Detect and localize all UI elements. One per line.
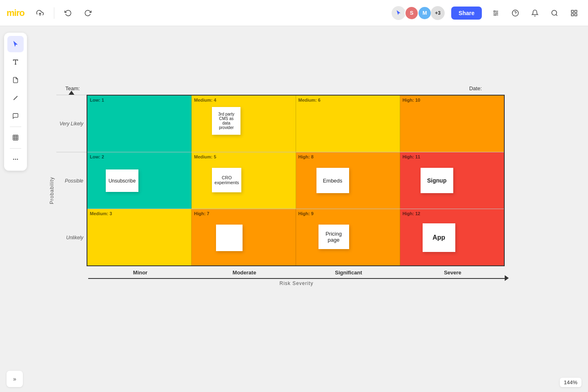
cell-score: Medium: 5	[194, 154, 216, 159]
toolbar-divider	[10, 127, 21, 127]
help-button[interactable]	[508, 6, 523, 20]
left-toolbar	[4, 33, 27, 171]
svg-point-9	[552, 10, 557, 15]
svg-rect-13	[571, 13, 573, 16]
cell-significant-possible: High: 8 Embeds	[296, 152, 400, 209]
frame-tool[interactable]	[7, 129, 24, 146]
cell-score: High: 10	[403, 98, 420, 102]
app-logo[interactable]: miro	[7, 8, 24, 18]
y-label-unlikely: Unlikely	[66, 235, 83, 241]
matrix-header: Team: Date:	[49, 85, 498, 95]
topbar: miro S M +3 Share	[0, 0, 588, 26]
svg-rect-14	[575, 13, 577, 16]
x-axis-line	[88, 276, 505, 279]
y-label-very-likely: Very Likely	[60, 121, 83, 127]
expand-button[interactable]: »	[7, 371, 23, 387]
cursor-avatar	[392, 6, 405, 20]
cell-significant-very-likely: High: 9 Pricingpage	[296, 209, 400, 265]
cell-severe-very-likely: High: 12 App	[400, 209, 504, 265]
svg-rect-12	[575, 10, 577, 12]
cell-score: High: 9	[298, 211, 314, 216]
sticky-pricing-page[interactable]: Pricingpage	[318, 225, 349, 249]
x-label-significant: Significant	[296, 266, 401, 276]
cell-moderate-possible: Medium: 5 CROexperiments	[192, 152, 296, 209]
risk-matrix-container: Team: Date: Probability Unlikely P	[49, 85, 498, 286]
cell-minor-possible: Low: 2 Unsubscribe	[87, 152, 192, 209]
cell-moderate-very-likely: High: 7	[192, 209, 296, 265]
cell-severe-possible: High: 11 Signup	[400, 152, 504, 209]
sticky-app[interactable]: App	[423, 223, 455, 252]
cell-score: High: 8	[298, 154, 314, 159]
toolbar-divider-1	[54, 7, 54, 19]
avatar-1: S	[405, 6, 419, 20]
toolbar-divider-2	[10, 148, 21, 149]
search-button[interactable]	[547, 6, 562, 20]
svg-point-6	[494, 14, 496, 16]
upload-button[interactable]	[33, 6, 47, 20]
x-axis-labels: Minor Moderate Significant Severe	[88, 266, 505, 276]
zoom-level: 144%	[560, 378, 581, 387]
cell-score: Medium: 3	[90, 211, 112, 216]
sticky-cms[interactable]: 3rd partyCMS asdataprovider	[212, 107, 241, 135]
collaborators-area: S M +3	[394, 6, 445, 20]
canvas[interactable]: Team: Date: Probability Unlikely P	[0, 26, 588, 392]
risk-matrix-grid: Medium: 3 High: 7 High: 9 Pr	[87, 95, 505, 266]
svg-point-5	[497, 12, 498, 13]
comment-tool[interactable]	[7, 108, 24, 124]
svg-point-4	[494, 11, 495, 12]
avatar-count: +3	[431, 6, 445, 20]
board-menu-button[interactable]	[567, 6, 581, 20]
sticky-embeds[interactable]: Embeds	[316, 168, 349, 193]
svg-rect-18	[13, 135, 18, 140]
cell-minor-very-likely: Medium: 3	[87, 209, 192, 265]
y-label-possible: Possible	[65, 178, 83, 184]
svg-line-10	[556, 14, 557, 16]
row-unlikely: Low: 1 Medium: 4 3rd partyCMS asdataprov…	[87, 96, 504, 152]
cell-score: High: 11	[403, 154, 420, 159]
svg-line-17	[13, 96, 17, 100]
undo-button[interactable]	[61, 6, 76, 20]
date-label: Date:	[469, 85, 482, 91]
x-axis-label: Risk Severity	[88, 279, 505, 286]
sticky-note-tool[interactable]	[7, 72, 24, 88]
cell-score: High: 12	[403, 211, 420, 216]
svg-point-24	[15, 159, 16, 160]
y-axis-label: Probability	[49, 177, 55, 204]
sticky-blank[interactable]	[216, 225, 243, 251]
cell-score: Low: 1	[90, 98, 104, 102]
svg-point-23	[13, 159, 14, 160]
x-label-moderate: Moderate	[192, 266, 296, 276]
cell-score: Low: 2	[90, 154, 104, 159]
share-button[interactable]: Share	[451, 7, 482, 20]
sticky-signup[interactable]: Signup	[421, 168, 453, 193]
text-tool[interactable]	[7, 54, 24, 70]
svg-rect-11	[571, 10, 573, 12]
select-tool[interactable]	[7, 36, 24, 52]
line-tool[interactable]	[7, 90, 24, 106]
sticky-cro[interactable]: CROexperiments	[212, 168, 241, 192]
row-possible: Low: 2 Unsubscribe Medium: 5 CROexperime…	[87, 152, 504, 209]
svg-point-25	[17, 159, 18, 160]
cell-moderate-unlikely: Medium: 4 3rd partyCMS asdataprovider	[192, 96, 296, 152]
cell-severe-unlikely: High: 10	[400, 96, 504, 152]
settings-button[interactable]	[488, 6, 503, 20]
cell-score: High: 7	[194, 211, 209, 216]
cell-significant-unlikely: Medium: 6	[296, 96, 400, 152]
cell-score: Medium: 6	[298, 98, 321, 102]
notifications-button[interactable]	[528, 6, 542, 20]
cell-score: Medium: 4	[194, 98, 216, 102]
more-tools[interactable]	[7, 151, 24, 167]
row-very-likely: Medium: 3 High: 7 High: 9 Pr	[87, 209, 504, 265]
sticky-unsubscribe[interactable]: Unsubscribe	[106, 169, 138, 192]
avatar-2: M	[418, 6, 432, 20]
redo-button[interactable]	[80, 6, 95, 20]
expand-icon: »	[13, 376, 16, 382]
x-label-severe: Severe	[401, 266, 505, 276]
x-label-minor: Minor	[88, 266, 192, 276]
cell-minor-unlikely: Low: 1	[87, 96, 192, 152]
